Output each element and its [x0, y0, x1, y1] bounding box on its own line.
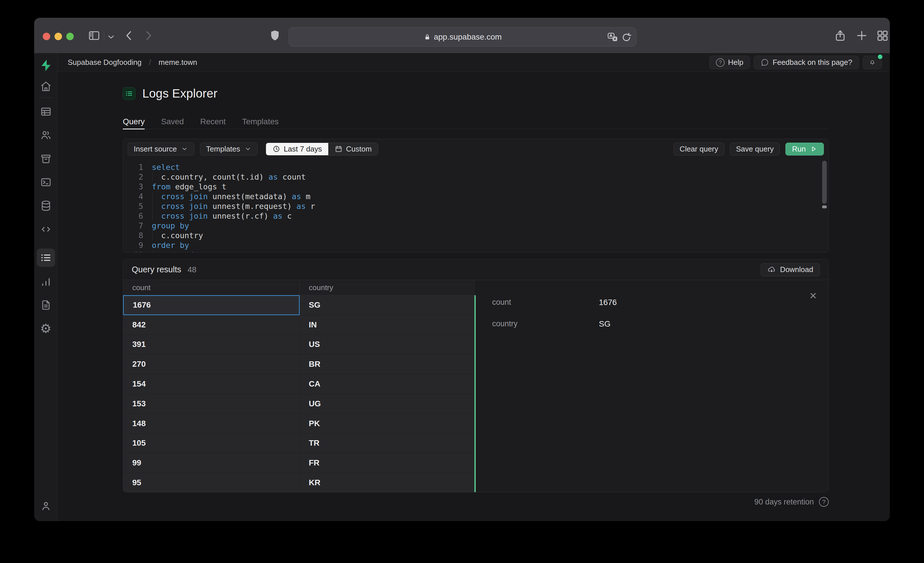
- detail-row-count: count 1676: [492, 298, 817, 307]
- chevron-down-icon[interactable]: [106, 30, 116, 44]
- bell-icon: [870, 58, 875, 67]
- sidebar-item-settings[interactable]: ⚙︎: [34, 317, 58, 340]
- sidebar-item-storage[interactable]: [34, 147, 58, 170]
- tab-saved[interactable]: Saved: [161, 114, 184, 129]
- count-cell[interactable]: 95: [123, 473, 300, 492]
- line-number: 9: [123, 240, 143, 250]
- breadcrumb-org[interactable]: Supabase Dogfooding: [68, 58, 141, 67]
- country-cell[interactable]: PK: [300, 414, 474, 434]
- tab-templates[interactable]: Templates: [242, 114, 279, 129]
- download-button[interactable]: Download: [761, 263, 820, 276]
- sidebar-item-reports[interactable]: [34, 270, 58, 293]
- tab-query[interactable]: Query: [123, 114, 145, 129]
- country-cell[interactable]: IN: [300, 315, 474, 335]
- count-cell[interactable]: 391: [123, 335, 300, 355]
- sidebar-item-api[interactable]: [34, 218, 58, 241]
- list-icon: [40, 252, 52, 264]
- count-cell[interactable]: 148: [123, 414, 300, 434]
- count-cell[interactable]: 1676: [123, 295, 300, 315]
- help-icon: ?: [716, 58, 724, 67]
- range-active-label: Last 7 days: [284, 145, 322, 153]
- archive-icon: [40, 153, 52, 165]
- insert-source-button[interactable]: Insert source: [128, 143, 194, 156]
- editor-scrollbar[interactable]: [822, 161, 827, 251]
- column-header-count[interactable]: count: [123, 280, 300, 295]
- new-tab-icon[interactable]: [855, 29, 868, 42]
- code-line: c.country: [152, 231, 817, 240]
- code-line: c.country, count(t.id) as count: [152, 172, 817, 182]
- supabase-logo[interactable]: [34, 53, 58, 78]
- count-cell[interactable]: 105: [123, 434, 300, 453]
- url-bar[interactable]: app.supabase.com: [289, 27, 636, 47]
- back-icon[interactable]: [123, 29, 136, 42]
- country-cell[interactable]: CA: [300, 374, 474, 394]
- sidebar-toggle-icon[interactable]: [87, 29, 101, 42]
- help-circle-icon[interactable]: ?: [819, 497, 829, 507]
- breadcrumb-project[interactable]: meme.town: [159, 58, 197, 67]
- count-cell[interactable]: 154: [123, 374, 300, 394]
- row-detail-panel: ✕ count 1676 country SG: [476, 280, 828, 492]
- sidebar-item-logs[interactable]: [37, 249, 55, 267]
- feedback-button[interactable]: Feedback on this page?: [754, 56, 859, 69]
- zoom-window-button[interactable]: [66, 33, 74, 40]
- download-label: Download: [780, 265, 813, 274]
- chrome-divider: [104, 30, 104, 41]
- logs-explorer-page: Logs Explorer Query Saved Recent Templat…: [58, 72, 890, 521]
- reload-icon[interactable]: [621, 32, 632, 43]
- editor-gutter: 12345678910: [123, 162, 143, 252]
- templates-button[interactable]: Templates: [200, 143, 258, 156]
- translate-icon[interactable]: [607, 32, 618, 43]
- clear-query-button[interactable]: Clear query: [674, 143, 724, 156]
- query-panel: Insert source Templates: [123, 139, 829, 252]
- feedback-label: Feedback on this page?: [772, 58, 852, 67]
- users-icon: [40, 129, 52, 141]
- sidebar-item-database[interactable]: [34, 194, 58, 218]
- count-cell[interactable]: 153: [123, 394, 300, 414]
- minimize-window-button[interactable]: [54, 33, 62, 40]
- results-header: Query results 48 Download: [123, 260, 828, 280]
- line-number: 7: [123, 221, 143, 231]
- sidebar-item-docs[interactable]: [34, 293, 58, 317]
- code-line: count desc: [152, 250, 817, 252]
- country-cell[interactable]: KR: [300, 473, 474, 492]
- code-line: from edge_logs t: [152, 182, 817, 192]
- sidebar-item-sql-editor[interactable]: [34, 170, 58, 194]
- bar-chart-icon: [40, 275, 52, 288]
- account-button[interactable]: [34, 496, 58, 516]
- count-cell[interactable]: 270: [123, 354, 300, 374]
- code-line: order by: [152, 240, 817, 250]
- save-query-button[interactable]: Save query: [730, 143, 780, 156]
- help-button[interactable]: ? Help: [710, 56, 750, 69]
- forward-icon[interactable]: [142, 29, 155, 42]
- notifications-button[interactable]: [863, 56, 882, 69]
- count-cell[interactable]: 842: [123, 315, 300, 335]
- country-cell[interactable]: UG: [300, 394, 474, 414]
- user-icon: [40, 500, 52, 512]
- share-icon[interactable]: [834, 29, 847, 42]
- run-button[interactable]: Run: [785, 143, 824, 156]
- country-cell[interactable]: SG: [300, 295, 474, 315]
- count-cell[interactable]: 99: [123, 453, 300, 473]
- tab-overview-icon[interactable]: [876, 29, 889, 42]
- code-icon: [40, 223, 52, 235]
- close-window-button[interactable]: [43, 33, 50, 40]
- range-last-7-days[interactable]: Last 7 days: [266, 143, 328, 155]
- privacy-shield-icon[interactable]: [268, 29, 282, 42]
- sidebar-divider: [39, 97, 53, 98]
- sql-editor[interactable]: 12345678910 select c.country, count(t.id…: [123, 159, 828, 252]
- country-cell[interactable]: US: [300, 335, 474, 355]
- range-custom[interactable]: Custom: [328, 143, 378, 155]
- browser-window: app.supabase.com: [34, 18, 890, 521]
- column-header-country[interactable]: country: [300, 280, 474, 295]
- sidebar-item-auth[interactable]: [34, 123, 58, 147]
- country-cell[interactable]: FR: [300, 453, 474, 473]
- sidebar-item-home[interactable]: [34, 78, 58, 95]
- country-cell[interactable]: TR: [300, 434, 474, 453]
- tab-recent[interactable]: Recent: [200, 114, 226, 129]
- country-cell[interactable]: BR: [300, 354, 474, 374]
- query-toolbar: Insert source Templates: [123, 139, 828, 159]
- sidebar-item-table-editor[interactable]: [34, 100, 58, 123]
- results-title: Query results: [132, 265, 181, 274]
- gear-icon: ⚙︎: [40, 322, 51, 335]
- breadcrumb: Supabase Dogfooding / meme.town: [68, 53, 197, 72]
